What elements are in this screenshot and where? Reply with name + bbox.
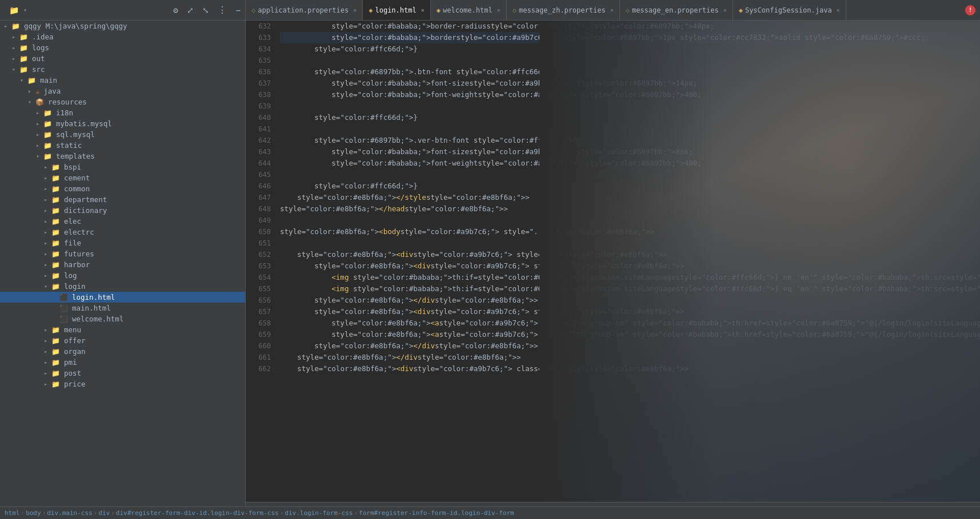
breadcrumb-part-3[interactable]: div [98, 509, 110, 517]
tree-item-label: gqgy M:\java\spring\gqgy [24, 22, 245, 30]
line-number: 636 [246, 66, 271, 78]
tree-folder-resources[interactable]: ▾ 📦 resources [0, 96, 245, 107]
tree-folder-_idea[interactable]: ▸ 📁 .idea [0, 31, 245, 42]
breadcrumb-part-1[interactable]: body [26, 509, 41, 517]
code-line [280, 238, 980, 249]
tab-message-zh[interactable]: ◇message_zh.properties✕ [507, 0, 620, 20]
main-layout: ▸ 📁 gqgy M:\java\spring\gqgy ▸ 📁 .idea ▸… [0, 21, 980, 506]
tab-close[interactable]: ✕ [421, 7, 425, 13]
line-number: 655 [246, 283, 271, 295]
tree-folder-harbor[interactable]: ▸ 📁 harbor [0, 259, 245, 270]
tree-folder-bspi[interactable]: ▸ 📁 bspi [0, 162, 245, 172]
tree-folder-static[interactable]: ▸ 📁 static [0, 140, 245, 151]
tree-folder-out[interactable]: ▸ 📁 out [0, 53, 245, 64]
tab-message-en[interactable]: ◇message_en.properties✕ [620, 0, 733, 20]
line-number: 634 [246, 43, 271, 55]
tree-folder-gqgy_M__java_spring_gqgy[interactable]: ▸ 📁 gqgy M:\java\spring\gqgy [0, 21, 245, 31]
tree-folder-templates[interactable]: ▾ 📁 templates [0, 151, 245, 162]
tree-folder-common[interactable]: ▸ 📁 common [0, 183, 245, 194]
breadcrumb-part-4[interactable]: div#register-form-div-id.login-div-form-… [116, 509, 279, 517]
tree-folder-elec[interactable]: ▸ 📁 elec [0, 216, 245, 227]
code-line: style="color:#6897bb;">.ver-btn-font sty… [280, 135, 980, 146]
breadcrumb-part-2[interactable]: div.main-css [47, 509, 92, 517]
tree-arrow: ▸ [42, 196, 49, 203]
expand-icon[interactable]: ⤢ [187, 6, 194, 15]
tree-folder-main[interactable]: ▾ 📁 main [0, 75, 245, 86]
tree-folder-electrc[interactable]: ▸ 📁 electrc [0, 227, 245, 238]
tab-sysconfig[interactable]: ◈SysConfigSession.java✕ [733, 0, 846, 20]
tree-item-label: out [32, 54, 245, 63]
tree-folder-organ[interactable]: ▸ 📁 organ [0, 346, 245, 357]
code-line: <img style="color:#bababa;">th:if=style=… [280, 283, 980, 295]
tree-arrow: ▸ [42, 348, 49, 355]
code-lines[interactable]: style="color:#bababa;">border-radiusstyl… [275, 21, 980, 502]
breadcrumb-part-6[interactable]: form#register-info-form-id.login-div-for… [359, 509, 514, 517]
tree-folder-java[interactable]: ▸ ☕ java [0, 86, 245, 96]
tree-folder-log[interactable]: ▸ 📁 log [0, 270, 245, 281]
tab-close[interactable]: ✕ [610, 7, 614, 13]
tree-folder-price[interactable]: ▸ 📁 price [0, 379, 245, 389]
tree-file-welcome_html[interactable]: ⬛ welcome.html [0, 313, 245, 324]
breadcrumb-separator: › [280, 509, 284, 517]
tab-close[interactable]: ✕ [497, 7, 501, 13]
line-number: 651 [246, 238, 271, 249]
code-line: style="color:#e8bf6a;"><astyle="color:#a… [280, 317, 980, 329]
tree-item-label: elec [64, 217, 245, 226]
tree-arrow: ▸ [26, 88, 33, 94]
project-dropdown-icon: ▾ [23, 7, 27, 13]
tab-close[interactable]: ✕ [837, 7, 840, 13]
tree-file-main_html[interactable]: ⬛ main.html [0, 303, 245, 313]
settings-icon[interactable]: ⚙ [173, 6, 178, 15]
code-line: style="color:#bababa;">font-weightstyle=… [280, 158, 980, 169]
line-number: 637 [246, 78, 271, 89]
tree-item-icon: ⬛ [59, 304, 68, 312]
tree-file-login_html[interactable]: ⬛ login.html [0, 292, 245, 303]
project-label[interactable]: 📁 ▾ [5, 6, 31, 15]
tree-folder-futures[interactable]: ▸ 📁 futures [0, 248, 245, 259]
tree-arrow: ▸ [42, 175, 49, 181]
line-number: 641 [246, 123, 271, 135]
tab-welcome-html[interactable]: ◈welcome.html✕ [431, 0, 507, 20]
tree-folder-pmi[interactable]: ▸ 📁 pmi [0, 357, 245, 368]
collapse-icon[interactable]: ⤡ [202, 6, 209, 15]
tree-arrow: ▸ [42, 337, 49, 344]
more-icon[interactable]: ⋮ [218, 5, 227, 15]
breadcrumb-separator: › [94, 509, 98, 517]
tab-label: SysConfigSession.java [745, 6, 832, 14]
minimize-icon[interactable]: − [236, 6, 241, 15]
tree-folder-sql_mysql[interactable]: ▸ 📁 sql.mysql [0, 129, 245, 140]
tree-item-label: menu [64, 325, 245, 334]
tree-folder-mybatis_mysql[interactable]: ▸ 📁 mybatis.mysql [0, 118, 245, 129]
tree-folder-post[interactable]: ▸ 📁 post [0, 368, 245, 379]
tree-item-icon: 📁 [51, 174, 60, 182]
tree-item-label: organ [64, 347, 245, 356]
tab-close[interactable]: ✕ [723, 7, 727, 13]
tree-folder-dictionary[interactable]: ▸ 📁 dictionary [0, 205, 245, 216]
line-number: 640 [246, 112, 271, 123]
tab-app-props[interactable]: ◇application.properties✕ [246, 0, 363, 20]
code-line: style="color:#ffc66d;">} [280, 43, 980, 55]
tree-arrow: ▸ [42, 272, 49, 279]
tree-folder-i18n[interactable]: ▸ 📁 i18n [0, 107, 245, 118]
line-number: 660 [246, 340, 271, 352]
tree-folder-menu[interactable]: ▸ 📁 menu [0, 324, 245, 335]
line-number: 642 [246, 135, 271, 146]
tree-arrow: ▾ [42, 283, 49, 289]
tree-folder-src[interactable]: ▾ 📁 src [0, 64, 245, 75]
tree-folder-file[interactable]: ▸ 📁 file [0, 238, 245, 248]
tab-close[interactable]: ✕ [353, 7, 357, 13]
tree-folder-offer[interactable]: ▸ 📁 offer [0, 335, 245, 346]
breadcrumb-part-0[interactable]: html [5, 509, 20, 517]
tree-folder-cement[interactable]: ▸ 📁 cement [0, 172, 245, 183]
tree-folder-login[interactable]: ▾ 📁 login [0, 281, 245, 292]
breadcrumb-part-5[interactable]: div.login-form-css [285, 509, 353, 517]
tree-folder-department[interactable]: ▸ 📁 department [0, 194, 245, 205]
tab-login-html[interactable]: ◈login.html✕ [363, 0, 431, 20]
breadcrumb-separator: › [21, 509, 25, 517]
tree-arrow: ▸ [42, 240, 49, 246]
horizontal-scrollbar[interactable] [246, 502, 980, 506]
tree-arrow: ▾ [26, 99, 33, 105]
line-number: 649 [246, 215, 271, 226]
tree-folder-logs[interactable]: ▸ 📁 logs [0, 42, 245, 53]
tree-item-icon: 📁 [51, 239, 60, 247]
